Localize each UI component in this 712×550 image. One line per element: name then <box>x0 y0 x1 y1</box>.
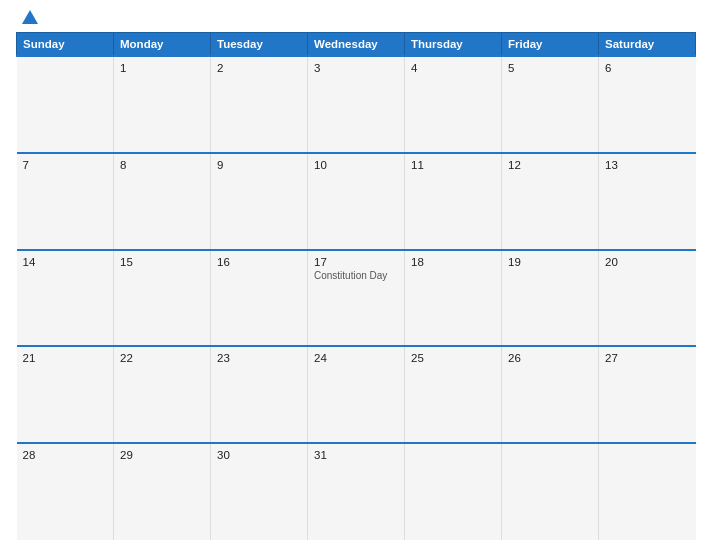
calendar-cell: 19 <box>502 250 599 347</box>
calendar-cell: 18 <box>405 250 502 347</box>
calendar-cell <box>599 443 696 540</box>
calendar-cell: 28 <box>17 443 114 540</box>
logo-triangle-icon <box>22 10 38 24</box>
week-row: 28293031 <box>17 443 696 540</box>
day-number: 11 <box>411 159 495 171</box>
day-number: 5 <box>508 62 592 74</box>
day-number: 22 <box>120 352 204 364</box>
week-row: 123456 <box>17 56 696 153</box>
day-number: 21 <box>23 352 108 364</box>
calendar-cell: 27 <box>599 346 696 443</box>
calendar-cell: 14 <box>17 250 114 347</box>
calendar-body: 1234567891011121314151617Constitution Da… <box>17 56 696 540</box>
day-number: 14 <box>23 256 108 268</box>
calendar-cell: 11 <box>405 153 502 250</box>
day-number: 26 <box>508 352 592 364</box>
column-header-monday: Monday <box>114 33 211 57</box>
day-number: 13 <box>605 159 690 171</box>
calendar-cell: 16 <box>211 250 308 347</box>
day-number: 18 <box>411 256 495 268</box>
day-number: 3 <box>314 62 398 74</box>
holiday-label: Constitution Day <box>314 270 398 281</box>
day-number: 2 <box>217 62 301 74</box>
day-number: 4 <box>411 62 495 74</box>
column-header-wednesday: Wednesday <box>308 33 405 57</box>
calendar-cell: 25 <box>405 346 502 443</box>
day-number: 25 <box>411 352 495 364</box>
calendar-cell: 13 <box>599 153 696 250</box>
calendar-cell: 26 <box>502 346 599 443</box>
calendar-cell: 1 <box>114 56 211 153</box>
calendar-cell: 5 <box>502 56 599 153</box>
day-number: 27 <box>605 352 690 364</box>
logo <box>20 10 38 26</box>
day-number: 15 <box>120 256 204 268</box>
calendar-cell <box>17 56 114 153</box>
calendar-cell: 20 <box>599 250 696 347</box>
day-number: 1 <box>120 62 204 74</box>
day-number: 29 <box>120 449 204 461</box>
column-header-saturday: Saturday <box>599 33 696 57</box>
calendar-cell: 10 <box>308 153 405 250</box>
week-row: 14151617Constitution Day181920 <box>17 250 696 347</box>
day-number: 17 <box>314 256 398 268</box>
day-number: 8 <box>120 159 204 171</box>
day-number: 12 <box>508 159 592 171</box>
calendar-cell: 9 <box>211 153 308 250</box>
calendar-cell: 29 <box>114 443 211 540</box>
column-header-sunday: Sunday <box>17 33 114 57</box>
calendar-cell: 31 <box>308 443 405 540</box>
calendar-cell <box>405 443 502 540</box>
day-number: 23 <box>217 352 301 364</box>
day-number: 9 <box>217 159 301 171</box>
calendar-cell: 21 <box>17 346 114 443</box>
day-number: 31 <box>314 449 398 461</box>
day-number: 19 <box>508 256 592 268</box>
calendar-cell: 22 <box>114 346 211 443</box>
day-number: 20 <box>605 256 690 268</box>
calendar-cell: 4 <box>405 56 502 153</box>
column-header-thursday: Thursday <box>405 33 502 57</box>
calendar-table: SundayMondayTuesdayWednesdayThursdayFrid… <box>16 32 696 540</box>
calendar-header-row: SundayMondayTuesdayWednesdayThursdayFrid… <box>17 33 696 57</box>
day-number: 6 <box>605 62 690 74</box>
day-number: 24 <box>314 352 398 364</box>
calendar-cell <box>502 443 599 540</box>
calendar-cell: 30 <box>211 443 308 540</box>
calendar-cell: 17Constitution Day <box>308 250 405 347</box>
day-number: 7 <box>23 159 108 171</box>
calendar-cell: 23 <box>211 346 308 443</box>
week-row: 78910111213 <box>17 153 696 250</box>
day-number: 16 <box>217 256 301 268</box>
calendar-cell: 2 <box>211 56 308 153</box>
calendar-cell: 7 <box>17 153 114 250</box>
calendar-cell: 15 <box>114 250 211 347</box>
calendar-cell: 8 <box>114 153 211 250</box>
week-row: 21222324252627 <box>17 346 696 443</box>
column-header-friday: Friday <box>502 33 599 57</box>
calendar-cell: 3 <box>308 56 405 153</box>
day-number: 30 <box>217 449 301 461</box>
calendar-cell: 24 <box>308 346 405 443</box>
calendar-cell: 6 <box>599 56 696 153</box>
day-number: 28 <box>23 449 108 461</box>
column-header-tuesday: Tuesday <box>211 33 308 57</box>
calendar-header <box>16 10 696 26</box>
day-number: 10 <box>314 159 398 171</box>
calendar-cell: 12 <box>502 153 599 250</box>
